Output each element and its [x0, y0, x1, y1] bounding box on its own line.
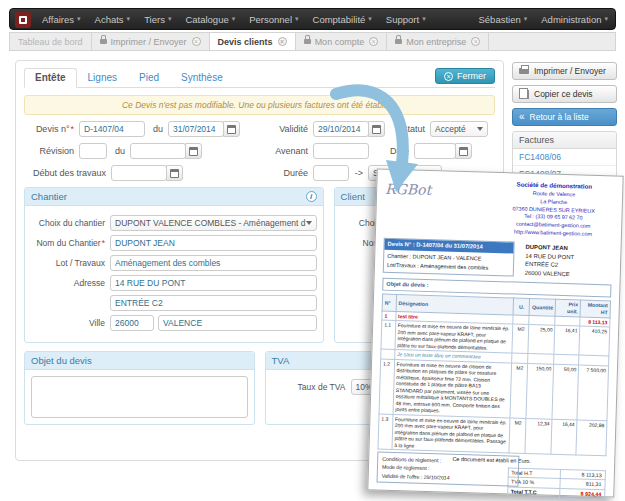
- du-label: du: [145, 124, 163, 134]
- factures-panel-header: Factures: [513, 132, 616, 149]
- invoice-preview[interactable]: RGBot Société de démonstration Route de …: [367, 168, 623, 497]
- nav-user-menu[interactable]: Sébastien▾: [472, 9, 535, 29]
- nav-tiers[interactable]: Tiers▾: [137, 9, 178, 29]
- callout-arrow: [330, 80, 420, 198]
- readonly-warning: Ce Devis n'est pas modifiable. Une ou pl…: [24, 95, 495, 115]
- chevron-down-icon: ▾: [127, 15, 131, 23]
- debut-travaux-input[interactable]: [111, 165, 167, 181]
- invoice-client-city: 26000 VALENCE: [525, 268, 612, 279]
- calendar-icon: [170, 169, 179, 178]
- chantier-adresse2-input[interactable]: ENTRÉE C2: [110, 295, 317, 311]
- calendar-button[interactable]: [166, 165, 183, 181]
- tab-pied[interactable]: Pied: [128, 68, 170, 88]
- choix-chantier-label: Choix du chantier: [31, 218, 105, 228]
- tab-synthese[interactable]: Synthèse: [170, 68, 234, 88]
- revision-input[interactable]: [79, 143, 107, 159]
- copy-icon: [522, 90, 529, 99]
- statut-select[interactable]: Accepté: [430, 121, 488, 137]
- chevron-down-icon: ▾: [168, 15, 172, 23]
- table-row: 1.2 Fourniture et mise en oeuvre de cloi…: [379, 359, 609, 421]
- retour-liste-button[interactable]: « Retour à la liste: [512, 108, 617, 126]
- column-header: Prix unit.: [555, 300, 580, 317]
- imprimer-envoyer-button[interactable]: Imprimer / Envoyer: [512, 62, 617, 80]
- tab-devis-clients[interactable]: Devis clients ×: [210, 33, 296, 50]
- objet-devis-panel: Objet du devis: [24, 351, 255, 425]
- objet-devis-panel-header: Objet du devis: [25, 352, 254, 370]
- chevron-down-icon: ▾: [232, 15, 236, 23]
- invoice-client-block: DUPONT JEAN 14 RUE DU PONT ENTRÉE C2 260…: [525, 242, 613, 280]
- revision-du-label: du: [107, 146, 125, 156]
- total-ttc-row: Total T.T.C 8 924,44: [507, 487, 605, 500]
- nom-chantier-input[interactable]: DUPONT JEAN: [110, 235, 317, 251]
- brand-logo[interactable]: [15, 12, 31, 28]
- lock-icon: [304, 39, 311, 44]
- nav-personnel[interactable]: Personnel▾: [242, 9, 305, 29]
- debut-travaux-label: Début des travaux: [24, 168, 106, 178]
- nom-chantier-label: Nom du Chantier*: [31, 238, 105, 248]
- objet-devis-textarea[interactable]: [31, 376, 248, 418]
- chantier-cp-input[interactable]: 26000: [110, 315, 154, 331]
- calendar-icon: [189, 147, 198, 156]
- app-window: Affaires▾ Achats▾ Tiers▾ Catalogue▾ Pers…: [0, 0, 625, 501]
- nav-affaires[interactable]: Affaires▾: [35, 9, 88, 29]
- column-header: Quantité: [529, 299, 556, 316]
- top-navbar: Affaires▾ Achats▾ Tiers▾ Catalogue▾ Pers…: [9, 8, 616, 30]
- table-row: 1.3 Fourniture et mise en oeuvre de lain…: [378, 414, 607, 456]
- copier-devis-button[interactable]: Copier ce devis: [512, 85, 617, 103]
- nav-administration[interactable]: Administration▾: [534, 9, 615, 29]
- tab-entete[interactable]: Entête: [24, 68, 77, 88]
- close-tab-icon[interactable]: ×: [471, 37, 480, 46]
- fermer-button[interactable]: × Fermer: [435, 68, 495, 84]
- calendar-button[interactable]: [185, 143, 202, 159]
- form-row-1: Devis n°* D-1407/04 du 31/07/2014 Validi…: [24, 121, 495, 137]
- navbar-right: Sébastien▾ Administration▾: [472, 9, 616, 29]
- invoice-company-block: Société de démonstration Route de Valenc…: [493, 180, 615, 239]
- close-tab-icon[interactable]: ×: [192, 37, 201, 46]
- tab-imprimer-envoyer[interactable]: Imprimer / Envoyer ×: [92, 33, 210, 50]
- devis-no-label: Devis n°*: [24, 124, 74, 134]
- devis-date-input[interactable]: 31/07/2014: [168, 121, 224, 137]
- info-icon[interactable]: i: [306, 191, 317, 202]
- column-header: Montant HT: [580, 300, 610, 317]
- chantier-ville-input[interactable]: VALENCE: [158, 315, 317, 331]
- tab-mon-compte[interactable]: Mon compte ×: [296, 33, 388, 50]
- tab-lignes[interactable]: Lignes: [77, 68, 128, 88]
- duree-label: Durée: [260, 168, 308, 178]
- choix-chantier-select[interactable]: DUPONT VALENCE COMBLES - Aménagement d: [110, 215, 317, 231]
- avenant-date-input[interactable]: [414, 143, 456, 159]
- chevron-down-icon: ▾: [604, 15, 608, 23]
- nav-achats[interactable]: Achats▾: [88, 9, 138, 29]
- revision-date-input[interactable]: [130, 143, 186, 159]
- lot-travaux-input[interactable]: Aménagement des combles: [110, 255, 317, 271]
- required-asterisk: *: [70, 124, 74, 134]
- calendar-icon: [459, 147, 468, 156]
- chantier-adresse1-input[interactable]: 14 RUE DU PONT: [110, 275, 317, 291]
- chevron-down-icon: ▾: [77, 15, 81, 23]
- nav-comptabilite[interactable]: Comptabilité▾: [306, 9, 379, 29]
- actions-sidebar: Imprimer / Envoyer Copier ce devis « Ret…: [512, 62, 617, 184]
- calendar-button[interactable]: [223, 121, 240, 137]
- chevron-down-icon: ▾: [295, 15, 299, 23]
- taux-tva-label: Taux de TVA: [272, 382, 346, 392]
- tab-tableau-de-bord[interactable]: Tableau de bord: [10, 33, 92, 50]
- brand-icon: [19, 16, 27, 24]
- chantier-panel-header: Chantier i: [25, 188, 323, 206]
- devis-tabs: Entête Lignes Pied Synthèse × Fermer: [24, 67, 495, 88]
- devis-info-box: Devis N° : D-1407/04 du 31/07/2014 Chant…: [383, 238, 515, 277]
- nav-support[interactable]: Support▾: [379, 9, 433, 29]
- invoice-totals-table: Total H.T 8 113,13 TVA 10 % 811,31 Total…: [507, 467, 606, 501]
- required-asterisk: *: [102, 238, 105, 248]
- close-tab-icon[interactable]: ×: [369, 37, 378, 46]
- close-circle-icon: ×: [444, 72, 453, 81]
- facture-link[interactable]: FC1408/06: [513, 149, 616, 166]
- devis-number-input[interactable]: D-1407/04: [79, 121, 145, 137]
- revision-label: Révision: [24, 146, 74, 156]
- calendar-icon: [227, 125, 236, 134]
- calendar-button[interactable]: [455, 143, 472, 159]
- lot-travaux-label: Lot / Travaux: [31, 258, 105, 268]
- tab-mon-entreprise[interactable]: Mon entreprise ×: [387, 33, 489, 50]
- lock-icon: [395, 39, 402, 44]
- ville-label: Ville: [31, 318, 105, 328]
- close-tab-icon[interactable]: ×: [278, 37, 287, 46]
- nav-catalogue[interactable]: Catalogue▾: [178, 9, 242, 29]
